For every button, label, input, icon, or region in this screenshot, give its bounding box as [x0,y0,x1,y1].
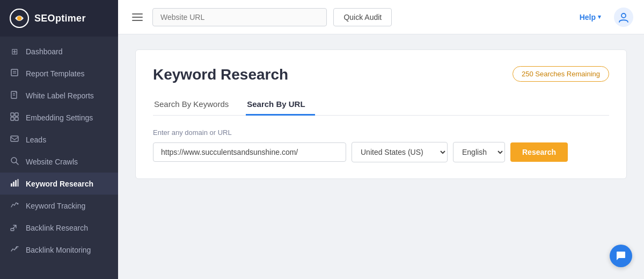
chat-icon [616,251,626,261]
sidebar-item-label: Website Crawls [26,158,78,166]
sidebar-item-label: Keyword Research [26,180,93,188]
sidebar-item-website-crawls[interactable]: Website Crawls [0,151,118,173]
page-title: Keyword Research [153,66,288,83]
svg-rect-8 [11,113,14,116]
sidebar-logo: SEOptimer [0,0,118,37]
svg-line-14 [16,162,18,164]
page-header: Keyword Research 250 Searches Remaining [153,66,609,83]
user-avatar[interactable] [614,8,633,27]
chat-bubble-button[interactable] [610,245,632,267]
hamburger-line [132,20,143,21]
tab-search-by-keywords[interactable]: Search By Keywords [153,94,238,116]
svg-rect-9 [15,113,18,116]
search-row: United States (US) United Kingdom (UK) A… [153,142,609,162]
help-chevron-icon: ▾ [598,13,601,20]
svg-rect-12 [11,136,18,141]
svg-rect-20 [11,228,14,231]
sidebar-item-dashboard[interactable]: ⊞ Dashboard [0,41,118,62]
sidebar-item-leads[interactable]: Leads [0,128,118,151]
svg-rect-2 [11,69,18,76]
embedding-icon [10,112,19,123]
svg-point-21 [621,13,626,18]
dashboard-icon: ⊞ [10,47,19,56]
sidebar: SEOptimer ⊞ Dashboard Report Templates W… [0,0,118,279]
searches-badge: 250 Searches Remaining [513,66,609,82]
research-button[interactable]: Research [510,142,568,162]
crawls-icon [10,156,19,167]
sidebar-item-label: Embedding Settings [26,113,93,122]
language-select[interactable]: English Spanish French [453,142,505,162]
sidebar-item-keyword-tracking[interactable]: Keyword Tracking [0,195,118,217]
sidebar-item-embedding-settings[interactable]: Embedding Settings [0,106,118,128]
content-card: Keyword Research 250 Searches Remaining … [135,49,627,179]
svg-rect-18 [17,179,19,187]
sidebar-item-label: Dashboard [26,47,63,56]
svg-point-19 [17,203,19,205]
svg-rect-16 [13,182,14,187]
sidebar-item-label: Keyword Tracking [26,202,85,210]
leads-icon [10,134,19,145]
svg-point-1 [17,16,21,20]
sidebar-item-keyword-research[interactable]: Keyword Research [0,173,118,195]
main-area: Quick Audit Help ▾ Keyword Research 250 … [118,0,644,279]
logo-text: SEOptimer [34,13,86,24]
logo-icon [10,9,29,28]
keyword-research-icon [10,178,19,189]
hamburger-line [132,13,143,15]
svg-rect-17 [15,180,17,187]
sidebar-item-white-label-reports[interactable]: White Label Reports [0,84,118,106]
website-url-input[interactable] [152,8,327,26]
tab-search-by-url[interactable]: Search By URL [246,94,314,116]
keyword-tracking-icon [10,201,19,211]
sidebar-item-label: Report Templates [26,69,84,78]
sidebar-item-label: Leads [26,135,46,144]
quick-audit-button[interactable]: Quick Audit [333,8,392,26]
white-label-icon [10,90,19,101]
sidebar-item-label: White Label Reports [26,91,94,100]
hamburger-line [132,17,143,18]
topbar: Quick Audit Help ▾ [118,0,644,34]
content-area: Keyword Research 250 Searches Remaining … [118,34,644,279]
sidebar-item-backlink-monitoring[interactable]: Backlink Monitoring [0,239,118,261]
user-icon [618,11,630,23]
form-label: Enter any domain or URL [153,128,609,137]
url-input-wrap [152,8,327,26]
help-button[interactable]: Help ▾ [580,13,601,22]
tabs: Search By Keywords Search By URL [153,94,609,116]
country-select[interactable]: United States (US) United Kingdom (UK) A… [352,142,448,162]
sidebar-item-backlink-research[interactable]: Backlink Research [0,217,118,239]
report-templates-icon [10,68,19,78]
domain-input[interactable] [153,142,346,162]
backlink-research-icon [10,223,19,233]
svg-rect-10 [11,117,14,120]
help-label: Help [580,13,596,22]
backlink-monitoring-icon [10,245,19,255]
svg-rect-15 [11,183,12,187]
sidebar-item-label: Backlink Research [26,224,88,232]
svg-rect-11 [15,117,18,120]
sidebar-item-label: Backlink Monitoring [26,246,91,254]
menu-button[interactable] [129,10,146,24]
sidebar-nav: ⊞ Dashboard Report Templates White Label… [0,37,118,279]
sidebar-item-report-templates[interactable]: Report Templates [0,62,118,84]
